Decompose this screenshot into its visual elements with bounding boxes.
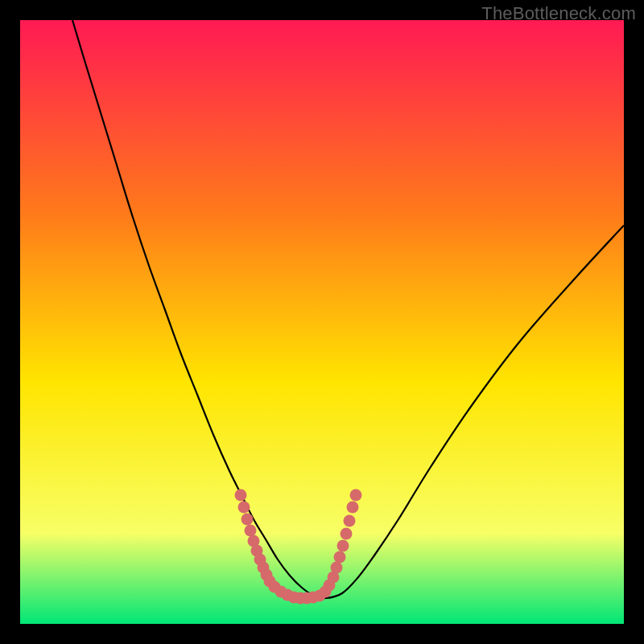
marker-dot [334,551,346,564]
bottleneck-chart [20,20,624,624]
marker-dot [341,528,353,540]
marker-dot [245,525,257,537]
marker-dot [238,502,250,514]
marker-dot [331,562,343,574]
marker-dot [347,502,359,514]
chart-frame: TheBottleneck.com [0,0,644,644]
marker-dot [337,540,349,552]
marker-dot [344,515,356,527]
plot-area [20,20,624,624]
gradient-background [20,20,624,624]
watermark-text: TheBottleneck.com [481,3,636,24]
marker-dot [242,514,254,526]
marker-dot [350,489,362,502]
marker-dot [235,489,247,502]
